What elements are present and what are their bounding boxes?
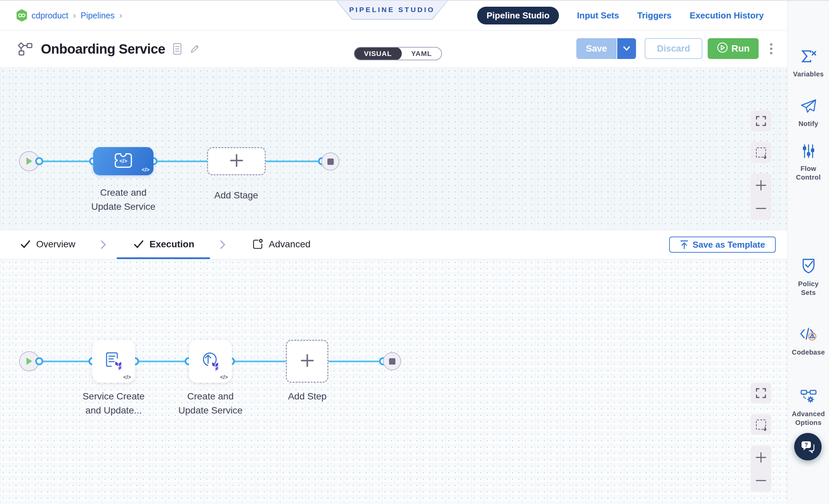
svg-text:?: ? [804,442,808,448]
sidebar-item-notify[interactable]: Notify [788,99,829,128]
run-button[interactable]: Run [708,38,759,59]
execution-end-node [383,352,401,370]
code-badge: </> [220,374,228,380]
cd-module-logo-icon [16,9,28,22]
chevron-right-icon [99,240,107,250]
toggle-visual[interactable]: VISUAL [354,47,402,60]
check-icon [133,239,144,249]
advanced-gear-doc-icon [252,239,263,250]
header-actions: Save Discard Run [576,38,774,59]
step-node-create-update-service[interactable]: </> [189,340,232,383]
tab-input-sets[interactable]: Input Sets [577,10,619,21]
banner-label: PIPELINE STUDIO [349,6,435,14]
stage-canvas: </> </> Create and Update Service Add St… [0,68,787,230]
rollout-arrow-terraform-icon [200,350,221,372]
discard-button[interactable]: Discard [645,38,702,59]
zoom-in-button[interactable] [751,446,771,469]
add-step-label: Add Step [274,389,341,403]
sidebar-item-variables[interactable]: Variables [788,48,829,78]
step2-label: Create and Update Service [174,389,247,418]
breadcrumb-separator: › [119,10,123,21]
top-bar: cdproduct › Pipelines › PIPELINE STUDIO … [0,1,787,31]
pipeline-studio-banner: PIPELINE STUDIO [336,1,448,20]
stage-node-label: Create and Update Service [86,186,160,214]
fullscreen-button[interactable] [751,383,771,403]
pipeline-flowchart-icon [16,42,34,56]
tab-triggers[interactable]: Triggers [637,10,672,21]
flowchart-gear-icon [800,389,817,405]
help-chat-button[interactable]: ? [794,433,822,461]
step-node-service-create-update[interactable]: </> [92,340,135,383]
marquee-select-button[interactable] [751,414,771,435]
stage-connector-line [34,160,325,162]
zoom-out-button[interactable] [751,469,771,492]
tab-execution-history[interactable]: Execution History [690,10,764,21]
toggle-yaml[interactable]: YAML [402,49,441,58]
breadcrumb-project-link[interactable]: cdproduct [32,11,68,21]
codebase-warning-icon [799,326,818,344]
save-dropdown-button[interactable] [617,38,636,59]
sidebar-item-policy-sets[interactable]: Policy Sets [788,257,829,297]
tab-advanced[interactable]: Advanced [252,230,311,258]
variables-sigma-icon [800,48,817,66]
sidebar-item-advanced-options[interactable]: Advanced Options [788,389,829,427]
right-sidebar: Variables Notify [787,1,829,504]
sidebar-item-codebase[interactable]: Codebase [788,326,829,357]
title-row: Onboarding Service [16,31,200,67]
connector-port [35,357,43,365]
marquee-icon [756,420,766,430]
stop-square-icon [327,158,334,165]
custom-stage-icon: </> [113,151,134,171]
run-button-label: Run [731,43,750,54]
upload-icon [680,240,689,249]
chevron-down-icon [622,43,631,54]
page-title: Onboarding Service [41,42,165,57]
tab-execution[interactable]: Execution [133,230,194,258]
tab-overview[interactable]: Overview [20,230,75,258]
zoom-controls [751,446,771,492]
sliders-icon [801,143,816,160]
play-triangle-icon [26,357,33,366]
stage-node-create-update-service[interactable]: </> </> [93,147,153,175]
zoom-in-button[interactable] [751,174,771,197]
description-doc-icon[interactable] [173,43,182,55]
edit-pencil-icon[interactable] [189,43,200,54]
pipeline-end-node [321,152,339,171]
fullscreen-button[interactable] [751,111,771,131]
pipeline-studio-app: cdproduct › Pipelines › PIPELINE STUDIO … [0,0,829,504]
run-play-icon [717,42,728,56]
paper-plane-icon [800,99,817,115]
visual-yaml-toggle: VISUAL YAML [354,47,442,60]
stage-tab-bar: Overview Execution Advanced Save as Temp… [0,230,787,259]
connector-port [35,157,43,165]
add-step-button[interactable] [286,340,328,383]
sidebar-item-flow-control[interactable]: Flow Control [788,143,829,182]
breadcrumb-separator: › [72,10,77,21]
marquee-icon [756,147,766,157]
stop-square-icon [389,358,395,365]
pipeline-header: Onboarding Service VISUAL YAML Save [0,31,787,68]
more-options-menu[interactable] [768,41,774,56]
chevron-right-icon [218,240,226,250]
svg-text:</>: </> [119,158,127,164]
breadcrumb: cdproduct › Pipelines › [16,1,123,30]
chat-question-icon: ? [800,440,816,454]
zoom-controls [751,174,771,220]
save-button[interactable]: Save [576,38,617,59]
plus-icon [229,153,244,169]
tab-pipeline-studio[interactable]: Pipeline Studio [477,7,559,25]
top-nav-tabs: Pipeline Studio Input Sets Triggers Exec… [477,1,764,30]
save-as-template-button[interactable]: Save as Template [669,237,776,253]
add-stage-button[interactable] [207,147,266,175]
shield-check-icon [800,257,817,276]
play-triangle-icon [26,157,33,166]
breadcrumb-pipelines-link[interactable]: Pipelines [80,11,114,21]
code-badge: </> [123,374,131,380]
active-tab-underline [117,257,210,259]
marquee-select-button[interactable] [751,142,771,163]
step1-label: Service Create and Update... [77,389,150,418]
plus-icon [300,354,314,369]
zoom-out-button[interactable] [751,197,771,220]
check-icon [20,239,31,249]
step-canvas: </> </> [0,259,787,504]
